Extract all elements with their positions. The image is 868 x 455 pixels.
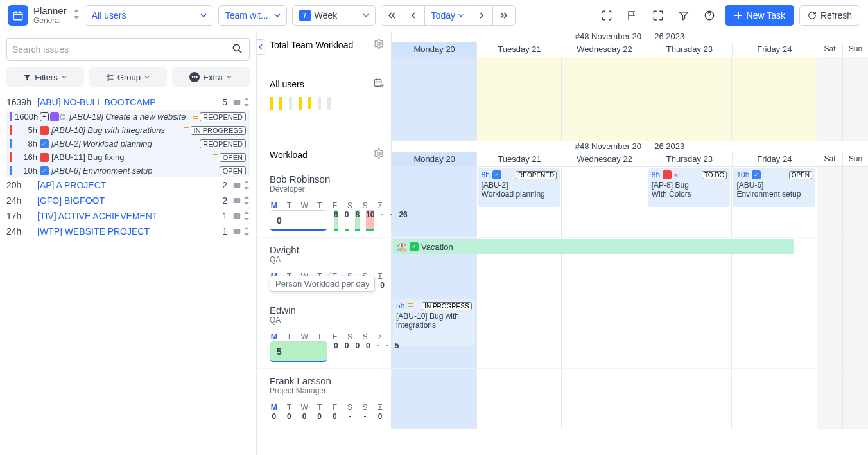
help-icon[interactable] <box>699 5 720 26</box>
nav-today-button[interactable]: Today <box>425 6 471 25</box>
day-cell[interactable]: 10h✓OPEN[ABU-6]Environment setup <box>731 167 817 237</box>
new-task-button[interactable]: New Task <box>725 5 794 26</box>
priority-icon: ☰ <box>212 153 218 161</box>
chevron-down-icon <box>200 12 207 19</box>
subtask-row[interactable]: 16h[ABU-11] Bug fixing☰OPEN <box>6 150 250 164</box>
day-cell[interactable] <box>842 238 868 298</box>
nav-prev-button[interactable] <box>403 6 425 25</box>
day-cell[interactable] <box>561 298 647 368</box>
subtask-row[interactable]: 10h✓[ABU-6] Environment setupOPEN <box>6 164 250 177</box>
day-header: Thursday 23 <box>647 42 731 57</box>
nav-next-button[interactable] <box>471 6 493 25</box>
vacation-bar[interactable]: 🏖️ ✓ Vacation <box>393 239 794 254</box>
task-card[interactable]: 10h✓OPEN[ABU-6]Environment setup <box>733 168 815 207</box>
team-selector[interactable]: Team wit... <box>218 5 287 26</box>
priority-icon: ☰ <box>183 126 189 134</box>
scan-icon[interactable] <box>596 5 617 26</box>
svg-rect-7 <box>234 198 241 203</box>
day-cell[interactable] <box>476 298 562 368</box>
search-icon[interactable] <box>231 42 244 57</box>
day-cell[interactable] <box>561 369 647 429</box>
extra-button[interactable]: •••Extra <box>172 67 250 87</box>
status-badge: REOPENED <box>200 139 246 148</box>
svg-point-1 <box>705 11 714 20</box>
week-header-workload: #48 November 20 — 26 2023 Monday 20 Tues… <box>392 141 868 167</box>
svg-point-10 <box>378 42 381 46</box>
day-header: Sat <box>817 42 842 57</box>
day-cell[interactable] <box>842 369 868 429</box>
day-cell[interactable] <box>817 298 842 368</box>
task-card[interactable]: 8h≈TO DO[AP-8] BugWith Colors <box>648 168 731 207</box>
day-cell[interactable] <box>647 298 732 368</box>
search-wrap <box>6 38 250 61</box>
collapse-sidebar-button[interactable] <box>257 39 265 55</box>
chevron-down-icon <box>362 12 370 19</box>
day-cell[interactable] <box>476 369 562 429</box>
day-cell[interactable] <box>842 167 868 237</box>
search-input[interactable] <box>12 44 231 55</box>
tree-icon: ⌬ <box>59 112 65 121</box>
svg-rect-4 <box>107 78 109 80</box>
status-badge: REOPENED <box>200 112 246 121</box>
day-cell[interactable] <box>561 167 647 237</box>
topbar: Planner General All users Team wit... 7W… <box>0 0 868 31</box>
group-button[interactable]: Group <box>89 67 167 87</box>
range-selector[interactable]: 7Week <box>292 5 376 26</box>
day-cell[interactable] <box>817 369 842 429</box>
day-cell[interactable] <box>731 369 817 429</box>
brand-switch-icon[interactable] <box>73 9 80 22</box>
date-nav: Today <box>381 5 516 26</box>
day-cell[interactable] <box>817 238 842 298</box>
day-cell[interactable] <box>392 369 476 429</box>
all-users-label: All users <box>270 79 304 89</box>
status-badge: OPEN <box>220 153 246 162</box>
project-row[interactable]: 24h[GFO] BIGFOOT2 <box>6 193 250 208</box>
gear-icon[interactable] <box>373 148 385 161</box>
day-header: Monday 20 <box>392 42 476 57</box>
nav-first-button[interactable] <box>381 6 403 25</box>
filters-button[interactable]: Filters <box>6 67 84 87</box>
project-row[interactable]: 17h[TIV] ACTIVE ACHIEVEMENT1 <box>6 208 250 224</box>
day-cell[interactable]: 8h✓REOPENED[ABU-2]Workload planning <box>476 167 562 237</box>
filter-icon[interactable] <box>673 5 694 26</box>
calendar-icon[interactable] <box>373 77 385 91</box>
flag-icon[interactable] <box>622 5 643 26</box>
svg-point-12 <box>378 152 381 156</box>
person-info: Bob RobinsonDeveloperMTWTFSSΣ080810--26 <box>257 167 392 237</box>
calendar-week-icon: 7 <box>299 10 311 21</box>
fullscreen-icon[interactable] <box>648 5 668 26</box>
svg-point-2 <box>233 44 239 51</box>
gear-icon[interactable] <box>373 38 385 51</box>
subtask-row[interactable]: 1600h+⌬[ABU-19] Create a new website☰REO… <box>6 110 250 123</box>
task-card[interactable]: 8h✓REOPENED[ABU-2]Workload planning <box>478 168 560 207</box>
svg-rect-3 <box>107 75 109 76</box>
svg-rect-5 <box>234 100 241 105</box>
project-row[interactable]: 24h[WTP] WEBSITE PROJECT1 <box>6 224 250 239</box>
day-cell[interactable]: 🏖️ ✓ Vacation <box>392 238 476 298</box>
expand-icon[interactable]: + <box>40 112 49 121</box>
subtask-row[interactable]: 5h[ABU-10] Bug with integrations☰IN PROG… <box>6 123 250 137</box>
day-cell[interactable]: 5h☰IN PROGRESS[ABU-10] Bug withintegrati… <box>392 298 476 368</box>
subtask-list: 1600h+⌬[ABU-19] Create a new website☰REO… <box>6 110 250 177</box>
workload-mini-bars <box>270 97 385 110</box>
task-card[interactable]: 5h☰IN PROGRESS[ABU-10] Bug withintegrati… <box>393 299 475 346</box>
day-cell[interactable]: 8h≈TO DO[AP-8] BugWith Colors <box>647 167 732 237</box>
svg-rect-6 <box>234 183 241 188</box>
svg-rect-8 <box>234 213 241 219</box>
refresh-button[interactable]: Refresh <box>799 5 860 26</box>
project-row[interactable]: 20h[AP] A PROJECT2 <box>6 177 250 193</box>
users-selector[interactable]: All users <box>85 5 213 26</box>
project-row[interactable]: 1639h[ABU] NO-BULL BOOTCAMP5 <box>6 94 250 110</box>
subtask-row[interactable]: 8h✓[ABU-2] Workload planningREOPENED <box>6 137 250 150</box>
day-cell[interactable] <box>842 298 868 368</box>
day-header: Tuesday 21 <box>476 42 561 57</box>
day-cell[interactable] <box>731 298 817 368</box>
total-workload-title: Total Team Workload <box>270 40 353 50</box>
day-header: Sun <box>842 42 868 57</box>
main: Total Team Workload All users #48 Novemb… <box>257 31 868 455</box>
day-cell[interactable] <box>817 167 842 237</box>
nav-last-button[interactable] <box>493 6 515 25</box>
priority-icon: ☰ <box>192 112 198 121</box>
status-badge: OPEN <box>220 166 246 175</box>
day-cell[interactable] <box>647 369 732 429</box>
